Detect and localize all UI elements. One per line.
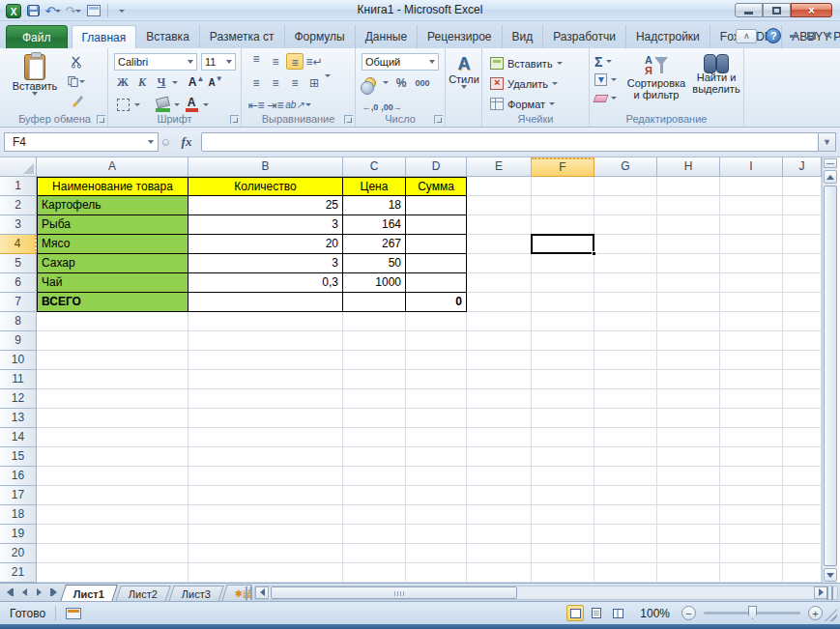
tab-данные[interactable]: Данные bbox=[356, 25, 418, 48]
row-header-21[interactable]: 21 bbox=[0, 563, 37, 583]
column-header-F[interactable]: F bbox=[532, 157, 594, 177]
cut-button[interactable] bbox=[68, 54, 85, 71]
tab-разметка-ст[interactable]: Разметка ст bbox=[200, 25, 285, 48]
tab-надстройки[interactable]: Надстройки bbox=[626, 25, 710, 48]
select-all-corner[interactable] bbox=[0, 157, 37, 177]
zoom-slider-thumb[interactable] bbox=[748, 606, 757, 619]
delete-cells-button[interactable]: Удалить bbox=[490, 74, 563, 93]
row-header-14[interactable]: 14 bbox=[0, 428, 37, 447]
formula-input[interactable] bbox=[201, 132, 819, 152]
tab-рецензирое[interactable]: Рецензирое bbox=[418, 25, 502, 48]
format-painter-button[interactable] bbox=[68, 93, 85, 109]
help-button[interactable]: ? bbox=[766, 28, 781, 43]
column-header-B[interactable]: B bbox=[188, 157, 343, 177]
last-sheet-button[interactable] bbox=[46, 586, 60, 599]
row-header-17[interactable]: 17 bbox=[0, 486, 37, 505]
row-header-16[interactable]: 16 bbox=[0, 467, 37, 486]
grow-font-button[interactable]: А▲ bbox=[188, 74, 205, 91]
cell-A6[interactable]: Чай bbox=[37, 273, 188, 293]
align-top-button[interactable]: ≡ bbox=[247, 53, 265, 70]
cell-C7[interactable] bbox=[343, 293, 406, 312]
vertical-scrollbar[interactable] bbox=[822, 157, 837, 583]
fill-button[interactable] bbox=[594, 72, 617, 87]
font-size-combo[interactable]: 11 bbox=[201, 53, 236, 71]
cell-C1[interactable]: Цена bbox=[343, 177, 406, 196]
row-header-12[interactable]: 12 bbox=[0, 389, 37, 409]
collapse-ribbon-button[interactable]: ∧ bbox=[736, 29, 757, 43]
horizontal-scrollbar[interactable] bbox=[254, 586, 838, 600]
zoom-in-button[interactable]: + bbox=[808, 606, 823, 620]
cell-D7[interactable]: 0 bbox=[406, 293, 467, 312]
row-header-18[interactable]: 18 bbox=[0, 505, 37, 525]
fill-color-button[interactable] bbox=[154, 97, 171, 113]
cell-A2[interactable]: Картофель bbox=[37, 196, 188, 215]
first-sheet-button[interactable] bbox=[3, 586, 16, 599]
cell-C4[interactable]: 267 bbox=[343, 235, 406, 254]
tab-вставка[interactable]: Вставка bbox=[136, 25, 200, 48]
align-right-button[interactable]: ≡ bbox=[286, 74, 304, 91]
cell-D5[interactable] bbox=[406, 254, 467, 273]
vertical-split-handle[interactable] bbox=[824, 158, 837, 168]
name-box[interactable]: F4 bbox=[4, 132, 159, 152]
orientation-button[interactable]: ab↗ bbox=[286, 97, 304, 113]
align-left-button[interactable]: ≡ bbox=[247, 74, 265, 91]
percent-button[interactable]: % bbox=[392, 74, 410, 91]
insert-cells-button[interactable]: Вставить bbox=[490, 54, 563, 72]
row-header-13[interactable]: 13 bbox=[0, 409, 37, 428]
row-header-6[interactable]: 6 bbox=[0, 273, 37, 293]
sort-filter-button[interactable]: АЯ Сортировка и фильтр bbox=[624, 54, 688, 100]
cell-B6[interactable]: 0,3 bbox=[188, 273, 343, 293]
row-header-10[interactable]: 10 bbox=[0, 351, 37, 370]
page-layout-view-button[interactable] bbox=[588, 605, 605, 621]
sheet-tab-лист1[interactable]: Лист1 bbox=[60, 585, 118, 602]
minimize-button[interactable] bbox=[735, 3, 763, 17]
cell-A1[interactable]: Наименование товара bbox=[37, 177, 188, 196]
next-sheet-button[interactable] bbox=[32, 586, 45, 599]
cell-D4[interactable] bbox=[406, 235, 467, 254]
clipboard-dialog-launcher[interactable] bbox=[97, 115, 105, 124]
row-header-9[interactable]: 9 bbox=[0, 331, 37, 351]
cell-A3[interactable]: Рыба bbox=[37, 215, 188, 235]
cell-C5[interactable]: 50 bbox=[343, 254, 406, 273]
row-header-20[interactable]: 20 bbox=[0, 544, 37, 563]
macro-record-icon[interactable] bbox=[66, 608, 81, 619]
cell-D3[interactable] bbox=[406, 215, 467, 235]
align-bottom-button[interactable]: ≡ bbox=[286, 53, 304, 70]
accounting-format-button[interactable] bbox=[362, 74, 379, 91]
wrap-text-button[interactable]: ≡↵ bbox=[305, 53, 323, 70]
fill-handle[interactable] bbox=[592, 251, 596, 256]
font-color-button[interactable]: А bbox=[183, 97, 200, 113]
decrease-indent-button[interactable]: ⇤≡ bbox=[247, 97, 265, 113]
hscroll-split-handle[interactable] bbox=[826, 586, 833, 600]
row-header-19[interactable]: 19 bbox=[0, 525, 37, 544]
align-middle-button[interactable]: ≡ bbox=[267, 53, 284, 70]
cell-B4[interactable]: 20 bbox=[188, 235, 343, 254]
selected-cell-F4[interactable] bbox=[531, 234, 594, 254]
font-name-combo[interactable]: Calibri bbox=[114, 53, 197, 71]
scroll-right-button[interactable] bbox=[814, 586, 827, 599]
number-format-combo[interactable]: Общий bbox=[362, 53, 439, 71]
cell-B5[interactable]: 3 bbox=[188, 254, 343, 273]
row-header-11[interactable]: 11 bbox=[0, 370, 37, 389]
tab-вид[interactable]: Вид bbox=[503, 25, 544, 48]
tab-формулы[interactable]: Формулы bbox=[285, 25, 356, 48]
cell-B3[interactable]: 3 bbox=[188, 215, 343, 235]
styles-button[interactable]: A Стили bbox=[447, 54, 481, 89]
number-dialog-launcher[interactable] bbox=[434, 115, 443, 124]
row-header-4[interactable]: 4 bbox=[0, 235, 37, 254]
shrink-font-button[interactable]: А▼ bbox=[207, 74, 224, 91]
cell-B1[interactable]: Количество bbox=[188, 177, 343, 196]
column-header-E[interactable]: E bbox=[467, 157, 532, 177]
cell-A4[interactable]: Мясо bbox=[37, 235, 188, 254]
tab-split-handle[interactable] bbox=[246, 586, 252, 600]
increase-indent-button[interactable]: ⇥≡ bbox=[267, 97, 284, 113]
horizontal-scroll-thumb[interactable] bbox=[271, 586, 517, 599]
underline-button[interactable]: Ч bbox=[153, 74, 170, 91]
column-header-H[interactable]: H bbox=[657, 157, 720, 177]
page-break-view-button[interactable] bbox=[609, 605, 626, 621]
cell-B7[interactable] bbox=[188, 293, 343, 312]
row-header-3[interactable]: 3 bbox=[0, 215, 37, 235]
row-header-2[interactable]: 2 bbox=[0, 196, 37, 215]
row-header-15[interactable]: 15 bbox=[0, 447, 37, 467]
borders-button[interactable] bbox=[114, 97, 131, 113]
